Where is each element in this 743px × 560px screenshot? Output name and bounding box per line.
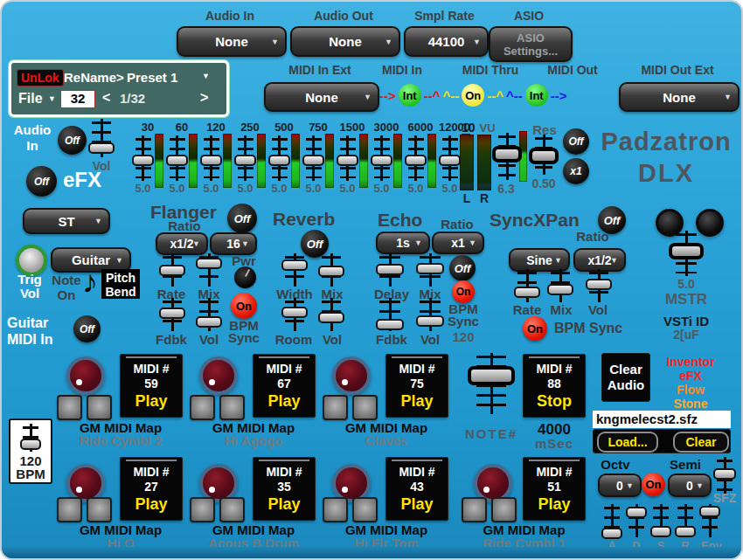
reverb-mix-slider[interactable]	[318, 253, 344, 287]
pad-button-a[interactable]	[57, 497, 82, 522]
pad-display[interactable]: MIDI # 43 Play	[385, 457, 448, 521]
flanger-off-button[interactable]: Off	[227, 204, 257, 233]
pad-state[interactable]: Play	[135, 391, 167, 411]
syncxpan-ratio-select[interactable]: x1/2	[573, 248, 626, 272]
eq-off-button[interactable]: Off	[563, 128, 589, 155]
preset-name[interactable]: Preset 1	[127, 70, 177, 85]
master-volume-slider[interactable]	[671, 231, 701, 276]
eq-slider[interactable]	[166, 135, 188, 181]
pad-button-b[interactable]	[491, 497, 517, 522]
pad-display[interactable]: MIDI # 27 Play	[120, 457, 183, 521]
pad-button-a[interactable]	[323, 497, 348, 522]
clear-audio-button[interactable]: Clear Audio	[601, 353, 650, 402]
pad-state[interactable]: Play	[267, 494, 300, 514]
file-menu[interactable]: File	[18, 91, 43, 107]
pad-state[interactable]: Play	[400, 494, 433, 514]
flanger-fdbk-slider[interactable]	[159, 298, 185, 331]
pad-state[interactable]: Play	[135, 494, 167, 514]
syncxpan-wave-select[interactable]: Sine	[509, 248, 570, 272]
pad-button-a[interactable]	[190, 395, 215, 420]
reverb-width-slider[interactable]	[281, 253, 308, 287]
flanger-rate-slider[interactable]	[159, 253, 185, 287]
flanger-mix-slider[interactable]	[196, 253, 222, 287]
env-attack-slider[interactable]	[601, 504, 622, 537]
pad-button-b[interactable]	[219, 395, 245, 420]
pad-button-b[interactable]	[352, 395, 378, 420]
pad-state[interactable]: Play	[538, 494, 570, 514]
pad-state[interactable]: Play	[267, 391, 300, 411]
flanger-steps-select[interactable]: 16	[210, 232, 257, 255]
echo-mix-slider[interactable]	[416, 253, 444, 287]
pad-state[interactable]: Stop	[537, 391, 572, 411]
midi-in-ext-select[interactable]: None	[264, 82, 379, 112]
syncxpan-mix-slider[interactable]	[547, 269, 573, 302]
next-preset-button[interactable]: >	[200, 90, 208, 106]
flanger-pwr-knob[interactable]	[234, 266, 256, 288]
prev-preset-button[interactable]: <	[102, 90, 110, 106]
pad-display[interactable]: MIDI # 35 Play	[253, 457, 316, 521]
echo-ratio-select[interactable]: x1	[432, 232, 484, 254]
audio-in-off-button[interactable]: Off	[58, 126, 87, 155]
reverb-vol-slider[interactable]	[318, 298, 344, 331]
pad-display[interactable]: MIDI # 88 Stop	[523, 354, 586, 418]
audio-out-select[interactable]: None	[290, 26, 400, 57]
smpl-rate-select[interactable]: 44100	[404, 26, 489, 57]
eq-output-slider[interactable]	[495, 133, 519, 180]
eq-slider[interactable]	[302, 135, 324, 181]
eq-x1-button[interactable]: x1	[563, 158, 589, 184]
chevron-down-icon[interactable]: ▼	[202, 72, 210, 80]
clear-button[interactable]: Clear	[673, 432, 729, 453]
eq-slider[interactable]	[371, 135, 392, 181]
flanger-ratio-select[interactable]: x1/2	[156, 232, 208, 255]
asio-settings-button[interactable]: ASIO Settings...	[489, 26, 573, 62]
midi-thru-toggle[interactable]: On	[462, 84, 484, 107]
chevron-down-icon[interactable]: ▼	[48, 94, 56, 103]
eq-slider[interactable]	[200, 135, 222, 181]
rename-button[interactable]: ReName>	[64, 70, 124, 85]
audio-in-vol-slider[interactable]	[88, 119, 115, 157]
pad-button-b[interactable]	[87, 395, 112, 420]
res-slider[interactable]	[531, 135, 556, 175]
flanger-vol-slider[interactable]	[196, 298, 222, 331]
echo-fdbk-slider[interactable]	[376, 298, 404, 331]
eq-slider[interactable]	[268, 135, 290, 181]
pad-display[interactable]: MIDI # 51 Play	[523, 457, 586, 521]
pad-state[interactable]: Play	[400, 391, 433, 411]
env-release-slider[interactable]	[675, 504, 696, 537]
pad-display[interactable]: MIDI # 59 Play	[120, 354, 183, 418]
env-sustain-slider[interactable]	[650, 504, 671, 537]
pad-button-a[interactable]	[462, 497, 487, 522]
echo-vol-slider[interactable]	[416, 298, 444, 331]
pad-knob[interactable]	[66, 356, 105, 395]
eq-slider[interactable]	[337, 135, 358, 181]
audio-in-select[interactable]: None	[177, 26, 287, 57]
st-mode-select[interactable]: ST	[23, 208, 110, 234]
reverb-room-slider[interactable]	[281, 298, 308, 331]
pad-knob[interactable]	[332, 356, 371, 395]
pad-button-a[interactable]	[323, 395, 348, 420]
pad-button-b[interactable]	[219, 497, 245, 522]
echo-off-button[interactable]: Off	[449, 255, 476, 281]
bpm-slider[interactable]	[20, 424, 41, 452]
env-decay-slider[interactable]	[626, 504, 647, 537]
semi-select[interactable]: 0	[668, 474, 712, 497]
sfz-filename-field[interactable]: kngmelecst2.sfz	[593, 411, 731, 428]
syncxpan-bpm-sync-on-button[interactable]: On	[523, 316, 547, 341]
eq-slider[interactable]	[132, 135, 154, 181]
echo-time-select[interactable]: 1s	[376, 232, 430, 254]
efx-off-button[interactable]: Off	[26, 166, 57, 197]
syncxpan-rate-slider[interactable]	[514, 269, 540, 302]
unlok-button[interactable]: UnLok	[17, 69, 64, 86]
pad-button-a[interactable]	[57, 395, 82, 420]
octv-select[interactable]: 0	[598, 474, 642, 497]
echo-bpm-sync-on-button[interactable]: On	[452, 280, 475, 303]
pad-button-a[interactable]	[190, 497, 215, 522]
eq-slider[interactable]	[439, 135, 461, 181]
pad-display[interactable]: MIDI # 67 Play	[253, 354, 316, 418]
pad-button-b[interactable]	[87, 497, 112, 522]
sfz-on-button[interactable]: On	[642, 473, 665, 496]
eq-slider[interactable]	[405, 135, 427, 181]
note-number-slider[interactable]	[470, 353, 512, 414]
sfz-vol-slider[interactable]	[713, 457, 736, 494]
preset-slot-input[interactable]: 32	[60, 90, 95, 108]
